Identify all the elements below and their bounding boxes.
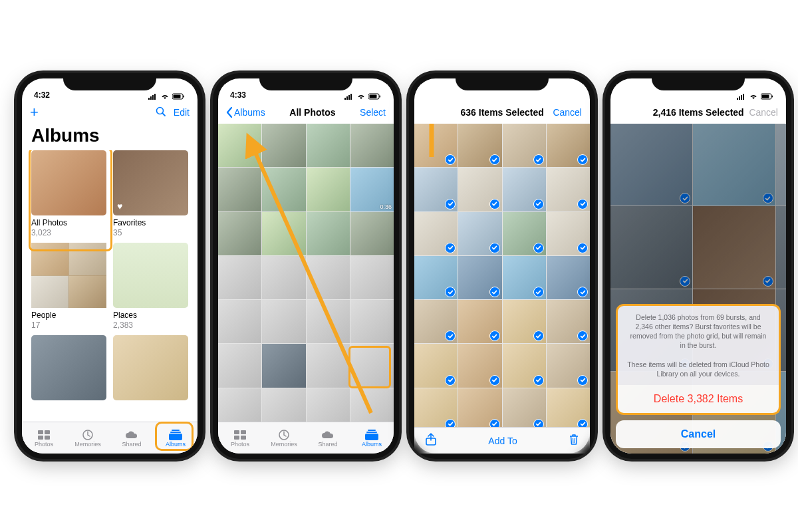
phone-4-delete-sheet: 2,416 Items Selected Cancel (605, 73, 791, 459)
albums-icon (364, 429, 380, 441)
share-button[interactable] (425, 433, 437, 448)
album-all-photos[interactable]: All Photos 3,023 (31, 150, 106, 237)
cancel-button[interactable]: Cancel (553, 107, 582, 118)
tab-memories[interactable]: Memories (66, 422, 110, 454)
albums-icon (168, 429, 184, 441)
clock: 4:32 (34, 90, 50, 100)
album-people[interactable]: People 17 (31, 243, 106, 330)
tab-photos[interactable]: Photos (22, 422, 66, 454)
svg-rect-36 (547, 94, 548, 100)
sheet-cancel-button[interactable]: Cancel (616, 420, 781, 448)
check-icon (489, 331, 500, 341)
svg-rect-47 (741, 95, 742, 100)
svg-rect-32 (365, 434, 378, 440)
nav-bar: 2,416 Items Selected Cancel (610, 101, 786, 124)
tab-albums[interactable]: Albums (154, 422, 198, 454)
svg-rect-27 (234, 436, 239, 440)
svg-rect-26 (241, 430, 246, 434)
add-to-button[interactable]: Add To (437, 436, 569, 446)
tab-albums[interactable]: Albums (350, 422, 394, 454)
check-icon (445, 375, 456, 386)
notch (652, 73, 745, 90)
svg-rect-12 (45, 436, 50, 440)
action-sheet-backdrop[interactable]: Delete 1,036 photos from 69 bursts, and … (610, 124, 786, 454)
photos-icon (232, 429, 248, 441)
check-icon (445, 287, 456, 297)
memories-icon (80, 429, 96, 441)
cancel-button-disabled: Cancel (749, 107, 778, 118)
svg-rect-31 (366, 432, 377, 433)
svg-rect-0 (148, 98, 150, 100)
check-icon (577, 199, 588, 209)
check-icon (445, 243, 456, 253)
check-icon (445, 199, 456, 209)
sheet-message: Delete 1,036 photos from 69 bursts, and … (616, 304, 781, 385)
phone-3-selected: 636 Items Selected Cancel (409, 73, 595, 459)
check-icon (489, 375, 500, 386)
svg-rect-5 (174, 95, 181, 98)
tab-photos[interactable]: Photos (218, 422, 262, 454)
wifi-icon (160, 93, 170, 100)
delete-button[interactable]: Delete 3,382 Items (616, 385, 781, 415)
svg-rect-18 (346, 96, 348, 100)
check-icon (533, 243, 544, 253)
svg-rect-34 (543, 96, 544, 100)
nav-title: All Photos (289, 107, 335, 118)
photo-grid-selected[interactable] (414, 124, 590, 427)
svg-rect-16 (169, 434, 182, 440)
svg-rect-14 (172, 430, 180, 431)
check-icon (533, 331, 544, 341)
album-places[interactable]: Places 2,383 (113, 243, 188, 330)
svg-rect-46 (739, 96, 740, 100)
svg-rect-30 (368, 430, 376, 431)
check-icon (577, 243, 588, 253)
video-duration: 0:36 (380, 203, 392, 210)
photos-icon (36, 429, 52, 441)
battery-icon (761, 93, 774, 100)
svg-rect-38 (566, 95, 573, 98)
svg-rect-10 (45, 430, 50, 434)
album-extra[interactable] (113, 335, 188, 400)
notch (259, 73, 352, 90)
action-sheet: Delete 1,036 photos from 69 bursts, and … (610, 304, 786, 454)
back-button[interactable]: Albums (226, 107, 265, 118)
wifi-icon (749, 93, 758, 100)
nav-title: 2,416 Items Selected (653, 107, 744, 118)
photo-grid[interactable]: 0:36 (218, 124, 394, 422)
svg-rect-39 (576, 96, 577, 98)
battery-icon (172, 93, 186, 100)
tab-shared[interactable]: Shared (306, 422, 350, 454)
check-icon (533, 199, 544, 209)
signal-icon (344, 93, 354, 100)
check-icon (577, 419, 588, 427)
check-icon (533, 419, 544, 427)
nav-bar: Albums All Photos Select (218, 101, 394, 124)
svg-rect-45 (737, 98, 738, 100)
svg-rect-3 (154, 94, 156, 100)
notch (63, 73, 156, 90)
album-favorites[interactable]: ♥ Favorites 35 (113, 150, 188, 237)
search-button[interactable] (155, 106, 167, 120)
svg-rect-6 (184, 96, 185, 98)
trash-button[interactable] (569, 434, 579, 448)
svg-rect-20 (350, 94, 352, 100)
svg-rect-9 (38, 430, 43, 434)
cloud-icon (320, 429, 336, 441)
tab-bar: Photos Memories Shared Albums (22, 422, 198, 454)
svg-rect-11 (38, 436, 43, 440)
battery-icon (368, 93, 382, 100)
page-title: Albums (22, 124, 198, 150)
edit-button[interactable]: Edit (174, 107, 190, 118)
bottom-toolbar: Add To (414, 427, 590, 454)
check-icon (533, 287, 544, 297)
phone-2-all-photos: 4:33 Albums All Photos Select 0:36 (213, 73, 399, 459)
battery-icon (565, 93, 578, 100)
add-button[interactable]: + (30, 104, 39, 121)
tab-shared[interactable]: Shared (110, 422, 154, 454)
tab-bar: Photos Memories Shared Albums (218, 422, 394, 454)
album-recently-deleted[interactable] (31, 335, 106, 400)
notch (456, 73, 549, 90)
tab-memories[interactable]: Memories (262, 422, 306, 454)
select-button[interactable]: Select (360, 107, 386, 118)
check-icon (489, 243, 500, 253)
